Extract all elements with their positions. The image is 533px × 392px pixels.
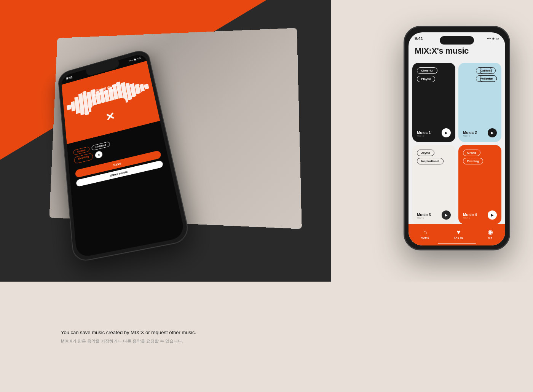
tag-grand: Grand <box>463 150 480 156</box>
home-icon: ⌂ <box>423 229 427 236</box>
music-1-name: Music 1 <box>417 131 431 135</box>
tag-playful: Playful <box>417 76 435 82</box>
my-icon: ◉ <box>488 228 493 236</box>
phone-right-mockup: 9:41 ▪▪▪ ◈ ▭ MIX:X's music Cheerful Play… <box>404 26 510 250</box>
music-4-sub: MIX:X <box>463 217 477 220</box>
music-2-name: Music 2 <box>463 131 477 135</box>
play-btn-2[interactable]: ▶ <box>488 128 497 137</box>
signal-icon: ▪▪▪ <box>129 59 133 62</box>
bottom-main-text: You can save music created by MIX:X or r… <box>61 330 533 335</box>
music-card-3[interactable]: Joyful Inspirational Music 3 MIX:X ▶ <box>412 145 455 224</box>
card-4-footer: Music 4 MIX:X ▶ <box>463 210 497 220</box>
music-3-sub: MIX:X <box>417 217 431 220</box>
music-2-sub: MIX:X <box>463 135 477 137</box>
app-title: MIX:X's music <box>415 46 499 56</box>
play-btn-1[interactable]: ▶ <box>442 128 451 137</box>
app-title-area: MIX:X's music <box>415 46 499 56</box>
time-left: 9:41 <box>66 75 72 80</box>
wifi-right-icon: ◈ <box>492 37 495 40</box>
card-1-tags: Cheerful Playful <box>417 67 451 82</box>
nav-taste[interactable]: ♥ TASTE <box>454 229 463 239</box>
card-3-tags: Joyful Inspirational <box>417 150 451 164</box>
nav-taste-label: TASTE <box>454 236 463 239</box>
status-bar-right: 9:41 ▪▪▪ ◈ ▭ <box>415 36 499 41</box>
time-right: 9:41 <box>415 36 423 41</box>
bottom-sub-text: MIX:X가 만든 음악을 저장하거나 다른 음악을 요청할 수 있습니다. <box>61 338 533 344</box>
music-1-sub: MIX:X <box>417 135 431 137</box>
card-3-footer: Music 3 MIX:X ▶ <box>417 210 451 220</box>
mixx-logo: ✕ <box>104 110 116 124</box>
music-4-name: Music 4 <box>463 213 477 217</box>
music-card-2[interactable]: Thrill Tense Calm Peaceful Music 2 MIX:X <box>458 63 501 142</box>
taste-icon: ♥ <box>457 229 461 236</box>
tag-peaceful: Peaceful <box>476 75 497 82</box>
tag-exciting: Exciting <box>463 158 483 164</box>
music-card-1[interactable]: Cheerful Playful Music 1 MIX:X ▶ <box>412 63 455 142</box>
music-3-name: Music 3 <box>417 213 431 217</box>
signal-right-icon: ▪▪▪ <box>487 37 491 40</box>
card-2-tags: Thrill Tense Calm Peaceful <box>463 67 497 82</box>
nav-my[interactable]: ◉ MY <box>488 228 493 239</box>
music-card-4[interactable]: Grand Exciting Music 4 MIX:X ▶ <box>458 145 501 224</box>
status-icons: ▪▪▪ ◈ ▭ <box>487 37 499 40</box>
home-indicator <box>438 243 476 244</box>
card-2-footer: Music 2 MIX:X ▶ <box>463 128 497 137</box>
tag-joyful: Joyful <box>417 150 434 156</box>
tag-cheerful: Cheerful <box>417 67 437 74</box>
bottom-nav: ⌂ HOME ♥ TASTE ◉ MY <box>409 224 505 245</box>
nav-my-label: MY <box>488 236 493 239</box>
battery-right-icon: ▭ <box>496 37 499 40</box>
pause-button[interactable]: ⏸ <box>95 150 103 159</box>
card-1-footer: Music 1 MIX:X ▶ <box>417 128 451 137</box>
left-section: 9:41 ▪▪▪ ◈ ▭ playing music made by MIX:X <box>0 0 331 282</box>
play-btn-4[interactable]: ▶ <box>488 210 497 220</box>
play-btn-3[interactable]: ▶ <box>442 210 451 220</box>
bottom-text-section: You can save music created by MIX:X or r… <box>0 282 533 392</box>
battery-icon: ▭ <box>137 56 141 60</box>
nav-home[interactable]: ⌂ HOME <box>421 229 429 239</box>
wifi-icon: ◈ <box>133 57 137 61</box>
tag-calm: Calm <box>476 67 492 74</box>
nav-home-label: HOME <box>421 236 429 239</box>
card-4-tags: Grand Exciting <box>463 150 497 164</box>
music-grid: Cheerful Playful Music 1 MIX:X ▶ <box>412 63 501 224</box>
tag-inspirational: Inspirational <box>417 158 444 164</box>
